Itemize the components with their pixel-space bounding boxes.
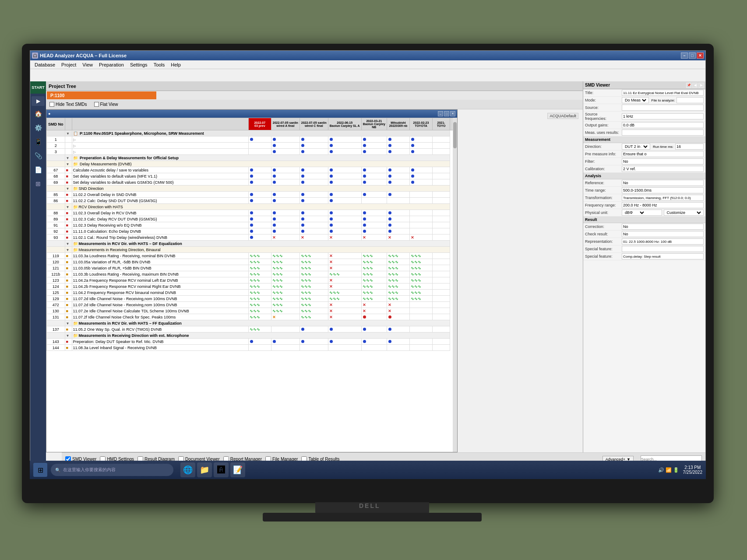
taskbar-app-word[interactable]: 📝 bbox=[230, 462, 245, 477]
project-tag[interactable]: P:1100 bbox=[47, 91, 156, 99]
smd-field-row: Source frequencies: 1 kHz bbox=[583, 112, 705, 122]
table-row: 124 ■ 11.04.2b Frequency Response RCV no… bbox=[47, 284, 457, 290]
physical-unit-select[interactable]: dBΦ bbox=[623, 210, 645, 215]
app-icon: 🎧 bbox=[32, 52, 38, 59]
representation-label: Representation: bbox=[585, 239, 620, 244]
smd-field-row: Correction: No bbox=[583, 223, 705, 231]
left-sidebar: START ▶ 🏠 ⚙️ 📱 📎 📄 ⊞ bbox=[30, 81, 46, 466]
smd-viewer-nav-next[interactable]: ▶ bbox=[698, 83, 704, 88]
time-range-value[interactable]: 500.0-1500.0ms bbox=[622, 187, 704, 193]
chevron-right-btn[interactable]: ▶ bbox=[32, 96, 45, 106]
table-row: 91 ■ 11.02.3 Delay Receiving w/o EQ DVNB bbox=[47, 222, 457, 228]
table-row: ▼ 📁RCV Direction with HATS bbox=[47, 204, 457, 210]
hide-text-smds-checkbox[interactable] bbox=[49, 102, 54, 107]
table-row: 119 ■ 11.03.3a Loudness Rating - Receivi… bbox=[47, 253, 457, 259]
col-header-spacer bbox=[65, 118, 72, 130]
file-to-analyze-value[interactable] bbox=[677, 97, 704, 103]
reference-label: Reference: bbox=[585, 181, 620, 185]
menu-project[interactable]: Project bbox=[59, 61, 79, 68]
table-row: 1 ▷ bbox=[47, 136, 457, 143]
home-icon[interactable]: 🏠 bbox=[32, 108, 44, 120]
taskbar-search[interactable]: 🔍 在这里输入你要搜索的内容 bbox=[51, 464, 173, 476]
source-value[interactable] bbox=[622, 105, 704, 111]
tree-window-controls: – □ ✕ bbox=[438, 111, 455, 116]
table-row: 69 ■ Set delay variables to default valu… bbox=[47, 179, 457, 186]
special-feature2-value[interactable]: Comp.delay: Step result bbox=[622, 253, 704, 259]
doc-icon[interactable]: 📄 bbox=[32, 164, 44, 176]
tree-maximize-btn[interactable]: □ bbox=[444, 111, 449, 116]
taskbar-app-edge[interactable]: 🌐 bbox=[180, 462, 195, 477]
table-row: 472 ■ 11.07.2d Idle Channel Noise - Rece… bbox=[47, 302, 457, 308]
tablet-icon[interactable]: 📱 bbox=[32, 136, 44, 148]
windows-start-button[interactable]: ⊞ bbox=[33, 463, 47, 477]
smd-field-row: Frequency range: 200.0 Hz - 8000 Hz bbox=[583, 202, 705, 209]
db-weighting-select[interactable]: Customize bbox=[665, 210, 703, 215]
menu-view[interactable]: View bbox=[80, 61, 95, 68]
title-bar-left: 🎧 HEAD Analyzer ACQUA – Full License bbox=[32, 52, 127, 59]
flat-view-checkbox[interactable] bbox=[94, 102, 99, 107]
physical-unit-value[interactable]: dBΦ bbox=[622, 210, 662, 216]
special-feature-value[interactable] bbox=[622, 246, 704, 252]
menu-database[interactable]: Database bbox=[32, 61, 58, 68]
table-row: 93 ■ 11.02.1 Cal.: Round Trip Delay (wir… bbox=[47, 234, 457, 241]
row-num bbox=[47, 130, 65, 136]
mode-value[interactable]: Do Measurement bbox=[622, 97, 649, 103]
tree-close-btn[interactable]: ✕ bbox=[450, 111, 455, 116]
reference-value[interactable]: No bbox=[622, 180, 704, 186]
table-row: 121 ■ 11.03.05b Variation of RLR, +5dB B… bbox=[47, 265, 457, 271]
mode-select[interactable]: Do Measurement bbox=[623, 98, 648, 103]
smd-viewer-pin-btn[interactable]: 📌 bbox=[686, 83, 691, 88]
hide-text-smds-btn[interactable]: Hide Text SMDs bbox=[48, 102, 89, 107]
start-button[interactable]: START bbox=[30, 81, 46, 94]
menu-preparation[interactable]: Preparation bbox=[96, 61, 127, 68]
clip-icon[interactable]: 📎 bbox=[32, 150, 44, 162]
menu-settings[interactable]: Settings bbox=[127, 61, 150, 68]
check-result-value[interactable]: No bbox=[622, 231, 704, 237]
grid-icon[interactable]: ⊞ bbox=[32, 178, 44, 190]
menu-help[interactable]: Help bbox=[168, 61, 183, 68]
smd-viewer-panel: SMD Viewer 📌 ◀ ▶ Title: 11.11 Ez Ev bbox=[583, 81, 705, 458]
taskbar-search-placeholder: 在这里输入你要搜索的内容 bbox=[63, 467, 116, 473]
transformation-value[interactable]: Transmission, Hamming, FFT (512:0.0; 0.0… bbox=[622, 195, 704, 201]
pre-measure-label: Pre measure info: bbox=[585, 152, 620, 156]
measure-results-value[interactable] bbox=[622, 130, 704, 136]
source-freq-value[interactable]: 1 kHz bbox=[622, 113, 704, 119]
direction-select[interactable]: DUT 2 in 1 bbox=[623, 144, 649, 149]
direction-value[interactable]: DUT 2 in 1 bbox=[622, 144, 650, 150]
acqua-default-label: ACQUADefault bbox=[547, 113, 578, 119]
vertical-scrollbar[interactable] bbox=[453, 118, 457, 452]
scroll-thumb[interactable] bbox=[453, 122, 457, 148]
pre-measure-value[interactable]: Ensure that o bbox=[622, 151, 704, 157]
output-gain-value[interactable]: 0.0 dB bbox=[622, 122, 704, 128]
table-row: ▼ 📁Measurements in RCV Dir. with HATS – … bbox=[47, 320, 457, 326]
output-gain-label: Output gains: bbox=[585, 123, 620, 127]
flat-view-btn[interactable]: Flat View bbox=[92, 102, 120, 107]
representation-value[interactable]: 01: 22.5 1000-8000 Hz: 100 dB bbox=[622, 238, 704, 245]
measurement-section-header: Measurement bbox=[583, 136, 705, 143]
db-weighting-value[interactable]: Customize bbox=[664, 210, 704, 216]
menu-tools[interactable]: Tools bbox=[151, 61, 168, 68]
transformation-label: Transformation: bbox=[585, 196, 620, 200]
freq-range-value[interactable]: 200.0 Hz - 8000 Hz bbox=[622, 202, 704, 208]
gear-icon[interactable]: ⚙️ bbox=[32, 122, 44, 134]
maximize-button[interactable]: □ bbox=[689, 52, 696, 59]
run-time-label: Run time ms: bbox=[653, 145, 673, 149]
smd-field-row: Filter: No bbox=[583, 158, 705, 165]
smd-viewer-nav-prev[interactable]: ◀ bbox=[692, 83, 698, 88]
close-button[interactable]: ✕ bbox=[697, 52, 704, 59]
minimize-button[interactable]: – bbox=[681, 52, 688, 59]
table-row: ▼ 📁Measurements in Receiving Direction w… bbox=[47, 332, 457, 339]
row-expand[interactable]: ▼ bbox=[65, 130, 72, 136]
correction-value[interactable]: No bbox=[622, 224, 704, 230]
run-time-value[interactable]: 16 bbox=[675, 144, 704, 150]
monitor: 🎧 HEAD Analyzer ACQUA – Full License – □… bbox=[22, 44, 714, 503]
tree-table-wrapper[interactable]: SMD No 2022-0703 prev 2022-07-05 sanlinw… bbox=[46, 118, 457, 452]
calibration-value[interactable]: 2 V ref. bbox=[622, 166, 704, 172]
tree-minimize-btn[interactable]: – bbox=[438, 111, 443, 116]
taskbar-app-explorer[interactable]: 📁 bbox=[197, 462, 212, 477]
smd-fields-container[interactable]: Title: 11.11 Ez Everygical Noise Level F… bbox=[583, 89, 705, 458]
filter-value[interactable]: No bbox=[622, 158, 704, 164]
clock-time: 2:13 PM bbox=[684, 465, 701, 470]
col-header-date2: 2022-07-05 sanlinwired C final bbox=[300, 118, 328, 130]
taskbar-app-store[interactable]: 🅰 bbox=[214, 462, 229, 477]
